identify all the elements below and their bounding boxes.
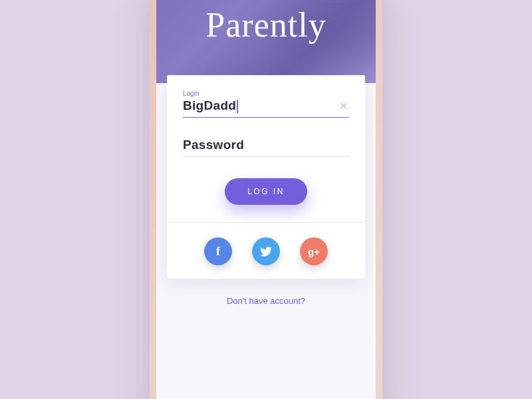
login-label: Login bbox=[183, 90, 349, 97]
twitter-button[interactable] bbox=[252, 237, 280, 265]
google-plus-button[interactable]: g+ bbox=[300, 237, 328, 265]
header: Parently bbox=[156, 0, 376, 83]
password-field-group: Password bbox=[183, 138, 349, 157]
password-input[interactable]: Password bbox=[183, 138, 349, 157]
clear-icon[interactable]: ✕ bbox=[338, 100, 349, 112]
twitter-icon bbox=[260, 247, 272, 257]
phone-frame: Parently Login BigDadd ✕ Password LOG IN… bbox=[150, 0, 382, 399]
google-plus-icon: g+ bbox=[308, 246, 320, 257]
password-placeholder: Password bbox=[183, 138, 244, 152]
login-value: BigDadd bbox=[183, 98, 236, 112]
app-title: Parently bbox=[205, 5, 326, 45]
facebook-icon: f bbox=[216, 245, 220, 259]
signup-link[interactable]: Don't have account? bbox=[156, 296, 376, 306]
text-cursor-icon bbox=[237, 100, 238, 113]
back-arrow-icon[interactable] bbox=[168, 0, 183, 1]
facebook-button[interactable]: f bbox=[204, 237, 232, 265]
login-input[interactable]: BigDadd ✕ bbox=[183, 98, 349, 118]
screen: Parently Login BigDadd ✕ Password LOG IN… bbox=[156, 0, 376, 399]
social-row: f g+ bbox=[183, 223, 349, 265]
login-card: Login BigDadd ✕ Password LOG IN f bbox=[167, 75, 365, 279]
login-button[interactable]: LOG IN bbox=[225, 178, 307, 205]
login-field-group: Login BigDadd ✕ bbox=[183, 90, 349, 118]
